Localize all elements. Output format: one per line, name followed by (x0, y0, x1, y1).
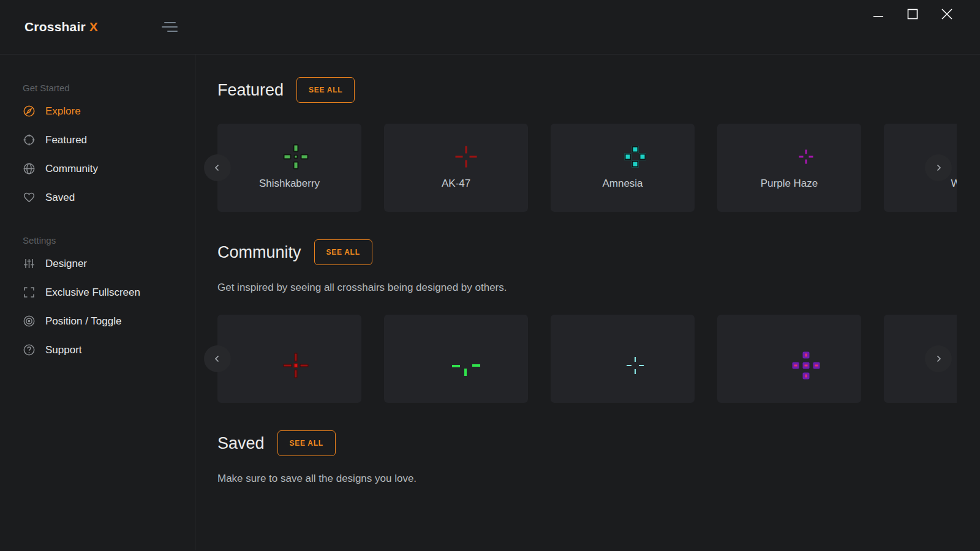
sidebar-item-community[interactable]: Community (0, 154, 195, 183)
globe-icon (23, 162, 36, 175)
carousel-next-button[interactable] (925, 345, 952, 372)
carousel-prev-button[interactable] (204, 345, 231, 372)
featured-see-all-button[interactable]: SEE ALL (296, 77, 355, 103)
crosshair-preview-green-thick-cross (283, 144, 308, 170)
featured-carousel: Shishkaberry AK-47 Amnesia Purple Haze W (217, 124, 957, 212)
crosshair-card-ak47[interactable]: AK-47 (384, 124, 528, 212)
help-icon (23, 343, 36, 356)
community-crosshair-card[interactable] (717, 315, 861, 403)
chevron-left-icon (213, 354, 222, 364)
window-controls (872, 0, 953, 28)
community-crosshair-card[interactable] (217, 315, 361, 403)
sidebar-item-label: Explore (45, 105, 81, 118)
carousel-next-button[interactable] (925, 154, 952, 181)
crosshair-card-amnesia[interactable]: Amnesia (551, 124, 695, 212)
community-see-all-button[interactable]: SEE ALL (314, 239, 372, 265)
heart-icon (23, 191, 36, 204)
sidebar-section-label: Get Started (23, 83, 195, 93)
minimize-button[interactable] (872, 8, 884, 20)
card-label: Purple Haze (717, 178, 861, 190)
app-logo: CrosshairX (24, 20, 98, 34)
saved-section-header: Saved SEE ALL (217, 430, 980, 456)
crosshair-preview-light-cyan-small-cross (627, 357, 644, 374)
community-crosshair-card[interactable] (384, 315, 528, 403)
community-title: Community (217, 243, 301, 262)
card-label: AK-47 (384, 178, 528, 190)
crosshair-card-purple-haze[interactable]: Purple Haze (717, 124, 861, 212)
chevron-left-icon (213, 163, 222, 173)
featured-section-header: Featured SEE ALL (217, 77, 980, 103)
minimize-icon (873, 9, 884, 20)
sidebar-item-designer[interactable]: Designer (0, 249, 195, 278)
sidebar-item-explore[interactable]: Explore (0, 97, 195, 126)
close-icon (941, 9, 952, 20)
sidebar-item-label: Support (45, 344, 82, 356)
sidebar-item-label: Exclusive Fullscreen (45, 287, 140, 299)
crosshair-preview-magenta-small-cross (799, 150, 813, 164)
scope-icon (23, 133, 36, 146)
chevron-right-icon (933, 163, 943, 173)
community-section-header: Community SEE ALL (217, 239, 980, 265)
sidebar-item-featured[interactable]: Featured (0, 126, 195, 154)
card-label: W (884, 178, 957, 190)
card-label: Shishkaberry (217, 178, 361, 190)
sliders-icon (23, 257, 36, 270)
main-content: Featured SEE ALL Shishkaberry AK-47 Amne… (195, 54, 980, 550)
sidebar: Get Started Explore Featured Community S… (0, 54, 195, 550)
crosshair-preview-dark-red-cross-dot (283, 353, 308, 378)
close-button[interactable] (941, 8, 953, 20)
maximize-button[interactable] (907, 8, 919, 20)
carousel-prev-button[interactable] (204, 154, 231, 181)
saved-see-all-button[interactable]: SEE ALL (277, 430, 336, 456)
sidebar-item-position-toggle[interactable]: Position / Toggle (0, 307, 195, 335)
community-carousel (217, 315, 957, 403)
sidebar-item-support[interactable]: Support (0, 335, 195, 364)
chevron-right-icon (933, 354, 943, 364)
crosshair-preview-red-thin-cross (455, 146, 477, 168)
saved-subtitle: Make sure to save all the designs you lo… (217, 473, 980, 485)
community-crosshair-card[interactable] (551, 315, 695, 403)
sidebar-item-label: Saved (45, 192, 75, 204)
brand-text: Crosshair (24, 20, 86, 34)
crosshair-preview-cyan-diamond-dots (624, 146, 646, 168)
sidebar-item-exclusive-fullscreen[interactable]: Exclusive Fullscreen (0, 278, 195, 307)
maximize-icon (907, 9, 918, 20)
sidebar-item-label: Position / Toggle (45, 315, 121, 328)
sidebar-item-saved[interactable]: Saved (0, 183, 195, 212)
crosshair-preview-green-dashes (452, 355, 480, 376)
sidebar-item-label: Designer (45, 258, 87, 270)
crosshair-card-shishkaberry[interactable]: Shishkaberry (217, 124, 361, 212)
titlebar: CrosshairX (0, 0, 980, 54)
featured-title: Featured (217, 81, 284, 100)
sidebar-item-label: Featured (45, 134, 87, 146)
community-subtitle: Get inspired by seeing all crosshairs be… (217, 282, 980, 294)
fullscreen-icon (23, 286, 36, 299)
hamburger-menu-icon[interactable] (162, 22, 180, 33)
sidebar-item-label: Community (45, 163, 98, 175)
sidebar-section-label: Settings (23, 235, 195, 246)
saved-title: Saved (217, 434, 265, 453)
crosshair-preview-purple-pink-blocks (792, 352, 820, 380)
target-icon (23, 315, 36, 328)
brand-accent: X (89, 20, 98, 34)
card-label: Amnesia (551, 178, 695, 190)
compass-icon (23, 105, 36, 118)
